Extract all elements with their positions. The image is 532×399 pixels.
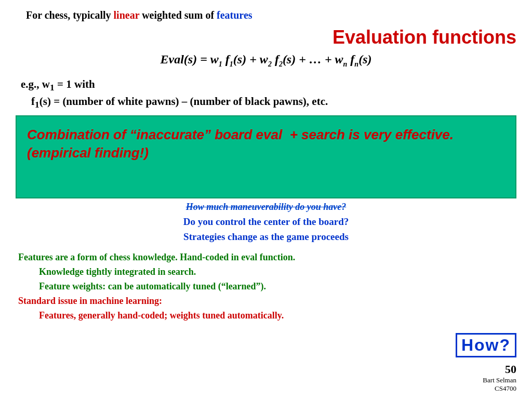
formula: Eval(s) = w1 f1(s) + w2 f2(s) + … + wn f… <box>16 52 516 69</box>
blue-list: Do you control the center of the board? … <box>16 215 516 244</box>
top-line-linear: linear <box>114 9 140 21</box>
top-line-start: For chess, typically <box>26 9 114 21</box>
top-line-middle: weighted sum of <box>139 9 217 21</box>
footer-author: Bart Selman <box>483 376 516 384</box>
top-line-features: features <box>217 9 252 21</box>
example-line2: f1(s) = (number of white pawns) – (numbe… <box>21 95 516 110</box>
features-line2: Knowledge tightly integrated in search. <box>18 265 516 280</box>
page-number: 50 <box>483 363 516 376</box>
strikethrough-line: How much maneuverability do you have? <box>16 202 516 212</box>
example-section: e.g., w1 = 1 with f1(s) = (number of whi… <box>16 78 516 110</box>
top-line: For chess, typically linear weighted sum… <box>16 9 516 21</box>
how-label: How? <box>456 333 516 357</box>
footer: 50 Bart Selman CS4700 <box>483 363 516 393</box>
standard-issue-line: Standard issue in machine learning: <box>18 294 516 309</box>
blue-list-item-2: Strategies change as the game proceeds <box>16 230 516 245</box>
example-line1: e.g., w1 = 1 with <box>21 78 516 93</box>
page-title: Evaluation functions <box>16 26 516 48</box>
green-box: Combination of “inaccurate” board eval +… <box>16 115 516 198</box>
features-line3: Feature weights: can be automatically tu… <box>18 280 516 294</box>
features-line1: Features are a form of chess knowledge. … <box>18 250 516 265</box>
features-line5: Features, generally hand-coded; weights … <box>18 309 516 323</box>
blue-list-item-1: Do you control the center of the board? <box>16 215 516 230</box>
formula-text: Eval(s) = w1 f1(s) + w2 f2(s) + … + wn f… <box>161 52 372 66</box>
green-box-text: Combination of “inaccurate” board eval +… <box>27 126 505 162</box>
slide: For chess, typically linear weighted sum… <box>0 0 532 399</box>
footer-course: CS4700 <box>483 384 516 393</box>
features-section: Features are a form of chess knowledge. … <box>16 250 516 323</box>
